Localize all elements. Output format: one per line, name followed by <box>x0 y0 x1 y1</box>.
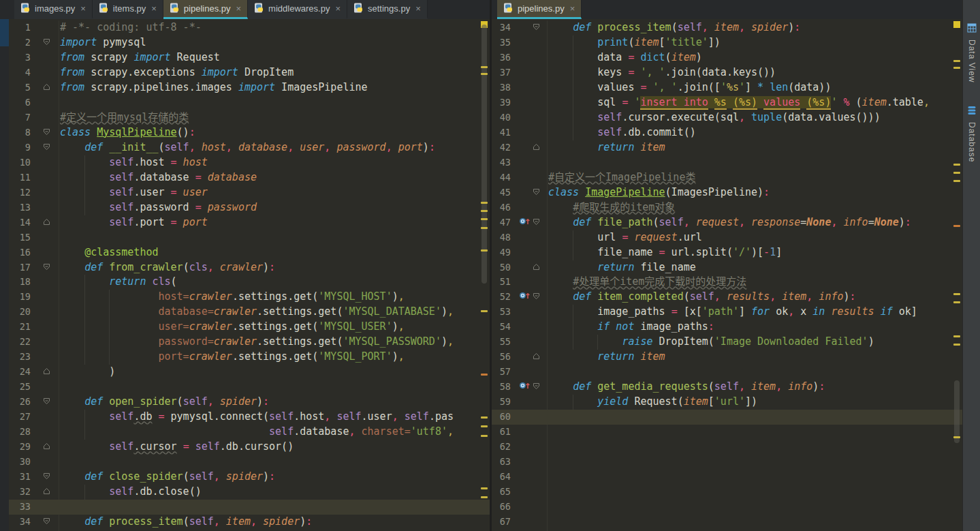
code-line[interactable]: 50 return file_name <box>492 260 962 275</box>
code-text[interactable] <box>548 425 962 440</box>
line-number[interactable]: 1 <box>9 20 37 35</box>
line-number[interactable]: 57 <box>492 365 516 380</box>
line-number[interactable]: 61 <box>492 425 516 440</box>
line-number[interactable]: 66 <box>492 500 516 515</box>
warning-stripe-mark[interactable] <box>481 202 488 204</box>
line-number[interactable]: 37 <box>492 65 516 80</box>
line-number[interactable]: 22 <box>9 335 37 350</box>
line-number[interactable]: 32 <box>9 485 37 500</box>
warning-stripe-mark[interactable] <box>481 66 488 68</box>
code-line[interactable]: 27 self.db = pymysql.connect(self.host, … <box>9 410 490 425</box>
code-text[interactable]: yield Request(item['url']) <box>548 395 962 410</box>
code-text[interactable]: def file_path(self, request, response=No… <box>548 215 962 230</box>
code-text[interactable]: @classmethod <box>60 245 490 260</box>
code-line[interactable]: 63 <box>492 455 962 470</box>
code-text[interactable] <box>548 155 962 170</box>
line-number[interactable]: 43 <box>492 155 516 170</box>
warning-stripe-mark[interactable] <box>481 487 488 489</box>
code-line[interactable]: 19 host=crawler.settings.get('MYSQL_HOST… <box>9 290 490 305</box>
code-text[interactable]: #爬取生成的item对象 <box>548 200 962 215</box>
fold-close-icon[interactable] <box>43 215 50 230</box>
line-number[interactable]: 58 <box>492 380 516 395</box>
code-line[interactable]: 64 <box>492 470 962 485</box>
line-number[interactable]: 60 <box>492 410 516 425</box>
code-line[interactable]: 40 self.cursor.execute(sql, tuple(data.v… <box>492 110 962 125</box>
code-text[interactable]: def get_media_requests(self, item, info)… <box>548 380 962 395</box>
line-number[interactable]: 12 <box>9 185 37 200</box>
line-number[interactable]: 10 <box>9 155 37 170</box>
line-number[interactable]: 26 <box>9 395 37 410</box>
code-line[interactable]: 25 <box>9 380 490 395</box>
code-line[interactable]: 20 database=crawler.settings.get('MYSQL_… <box>9 305 490 320</box>
tab-close-icon[interactable]: × <box>570 3 575 14</box>
code-text[interactable]: self.database = database <box>60 170 490 185</box>
line-number[interactable]: 16 <box>9 245 37 260</box>
tool-window-button-database[interactable]: Database <box>967 106 977 162</box>
line-number[interactable]: 45 <box>492 185 516 200</box>
fold-open-icon[interactable] <box>43 260 50 275</box>
line-number[interactable]: 25 <box>9 380 37 395</box>
line-number[interactable]: 50 <box>492 260 516 275</box>
warning-stripe-mark[interactable] <box>481 425 488 427</box>
code-line[interactable]: 3from scrapy import Request <box>9 50 490 65</box>
code-line[interactable]: 49 file_name = url.split('/')[-1] <box>492 245 962 260</box>
code-line[interactable]: 57 <box>492 365 962 380</box>
code-line[interactable]: 8class MysqlPipeline(): <box>9 125 490 140</box>
code-text[interactable]: def item_completed(self, results, item, … <box>548 290 962 305</box>
line-number[interactable]: 65 <box>492 485 516 500</box>
warning-stripe-mark[interactable] <box>953 344 960 346</box>
line-number[interactable]: 55 <box>492 335 516 350</box>
code-line[interactable]: 38 values = ', '.join(['%s'] * len(data)… <box>492 80 962 95</box>
fold-open-icon[interactable] <box>43 470 50 485</box>
code-line[interactable]: 16 @classmethod <box>9 245 490 260</box>
line-number[interactable]: 46 <box>492 200 516 215</box>
fold-close-icon[interactable] <box>533 260 540 275</box>
code-line[interactable]: 42 return item <box>492 140 962 155</box>
code-text[interactable]: #处理单个item完成下载时的处理方法 <box>548 275 962 290</box>
code-area-right[interactable]: 34 def process_item(self, item, spider):… <box>492 20 962 530</box>
code-text[interactable] <box>548 500 962 515</box>
scrollbar-thumb[interactable] <box>481 25 487 284</box>
code-text[interactable]: return item <box>548 350 962 365</box>
override-method-icon[interactable] <box>519 290 531 305</box>
code-text[interactable]: database=crawler.settings.get('MYSQL_DAT… <box>60 305 490 320</box>
fold-open-icon[interactable] <box>43 140 50 155</box>
line-number[interactable]: 52 <box>492 290 516 305</box>
code-line[interactable]: 18 return cls( <box>9 275 490 290</box>
line-number[interactable]: 13 <box>9 200 37 215</box>
tab-pipelines.py[interactable]: pipelines.py× <box>497 0 582 19</box>
error-stripe-left[interactable] <box>479 19 490 531</box>
code-line[interactable]: 21 user=crawler.settings.get('MYSQL_USER… <box>9 320 490 335</box>
warning-stripe-mark[interactable] <box>953 67 960 69</box>
warning-stripe-mark[interactable] <box>953 335 960 337</box>
line-number[interactable]: 5 <box>9 80 37 95</box>
code-line[interactable]: 23 port=crawler.settings.get('MYSQL_PORT… <box>9 350 490 365</box>
code-text[interactable]: import pymysql <box>60 35 490 50</box>
code-text[interactable]: self.user = user <box>60 185 490 200</box>
code-text[interactable]: if not image_paths: <box>548 320 962 335</box>
code-line[interactable]: 26 def open_spider(self, spider): <box>9 395 490 410</box>
error-stripe-mark[interactable] <box>481 374 488 376</box>
line-number[interactable]: 17 <box>9 260 37 275</box>
code-text[interactable]: image_paths = [x['path'] for ok, x in re… <box>548 305 962 320</box>
warning-stripe-mark[interactable] <box>481 210 488 212</box>
code-line[interactable]: 44#自定义一个ImagePipeline类 <box>492 170 962 185</box>
code-text[interactable] <box>60 500 490 515</box>
tab-images.py[interactable]: images.py× <box>14 0 93 19</box>
code-line[interactable]: 67 <box>492 515 962 530</box>
line-number[interactable]: 18 <box>9 275 37 290</box>
line-number[interactable]: 59 <box>492 395 516 410</box>
code-text[interactable]: self.password = password <box>60 200 490 215</box>
line-number[interactable]: 4 <box>9 65 37 80</box>
code-line[interactable]: 5from scrapy.pipelines.images import Ima… <box>9 80 490 95</box>
line-number[interactable]: 24 <box>9 365 37 380</box>
code-line[interactable]: 11 self.database = database <box>9 170 490 185</box>
code-line[interactable]: 61 <box>492 425 962 440</box>
line-number[interactable]: 40 <box>492 110 516 125</box>
fold-close-icon[interactable] <box>533 140 540 155</box>
code-text[interactable] <box>548 365 962 380</box>
code-text[interactable]: password=crawler.settings.get('MYSQL_PAS… <box>60 335 490 350</box>
code-line[interactable]: 7#定义一个用mysql存储的类 <box>9 110 490 125</box>
code-line[interactable]: 35 print(item['title']) <box>492 35 962 50</box>
code-line[interactable]: 48 url = request.url <box>492 230 962 245</box>
